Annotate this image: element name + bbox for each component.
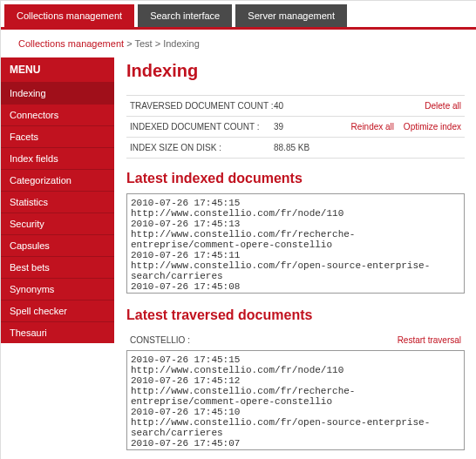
stat-label: INDEX SIZE ON DISK : [130,143,274,152]
stat-label: TRAVERSED DOCUMENT COUNT : [130,101,274,111]
sidebar-item-indexing[interactable]: Indexing [1,82,114,104]
traversed-log[interactable] [126,350,465,450]
tab-collections[interactable]: Collections management [4,4,134,27]
stat-value: 39 [274,122,339,132]
optimize-index-link[interactable]: Optimize index [404,122,461,132]
stat-value: 40 [274,101,339,111]
stat-value: 88.85 KB [274,143,339,152]
stat-traversed: TRAVERSED DOCUMENT COUNT : 40 Delete all [126,96,465,117]
indexed-log[interactable] [126,193,465,294]
tab-server[interactable]: Server management [235,4,347,27]
sidebar-item-facets[interactable]: Facets [1,125,114,147]
sidebar-item-index-fields[interactable]: Index fields [1,147,114,169]
traversed-heading: Latest traversed documents [126,307,465,323]
breadcrumb-root[interactable]: Collections management [18,38,124,49]
stat-indexed: INDEXED DOCUMENT COUNT : 39 Reindex all … [126,117,465,138]
stat-label: INDEXED DOCUMENT COUNT : [130,122,274,132]
connector-label: CONSTELLIO : [130,335,190,345]
page-title: Indexing [126,61,465,81]
sidebar-item-connectors[interactable]: Connectors [1,104,114,125]
restart-traversal-link[interactable]: Restart traversal [398,335,461,345]
sidebar: MENU Indexing Connectors Facets Index fi… [1,57,114,343]
sidebar-item-best-bets[interactable]: Best bets [1,256,114,278]
sidebar-item-categorization[interactable]: Categorization [1,169,114,191]
sidebar-item-statistics[interactable]: Statistics [1,191,114,213]
breadcrumb: Collections management > Test > Indexing [1,30,476,57]
sidebar-item-spell-checker[interactable]: Spell checker [1,300,114,321]
tab-search[interactable]: Search interface [138,4,232,27]
sidebar-item-security[interactable]: Security [1,213,114,234]
main-content: Indexing TRAVERSED DOCUMENT COUNT : 40 D… [114,57,476,459]
reindex-all-link[interactable]: Reindex all [351,122,394,132]
breadcrumb-mid: Test [134,38,152,49]
delete-all-link[interactable]: Delete all [425,101,461,111]
sidebar-item-synonyms[interactable]: Synonyms [1,278,114,300]
indexed-heading: Latest indexed documents [126,171,465,186]
sidebar-item-capsules[interactable]: Capsules [1,234,114,256]
sidebar-item-thesauri[interactable]: Thesauri [1,321,114,343]
menu-header: MENU [1,57,114,82]
stats-table: TRAVERSED DOCUMENT COUNT : 40 Delete all… [126,95,465,159]
stat-disk: INDEX SIZE ON DISK : 88.85 KB [126,138,465,159]
breadcrumb-leaf: Indexing [163,38,200,49]
top-tabs: Collections management Search interface … [1,1,476,30]
